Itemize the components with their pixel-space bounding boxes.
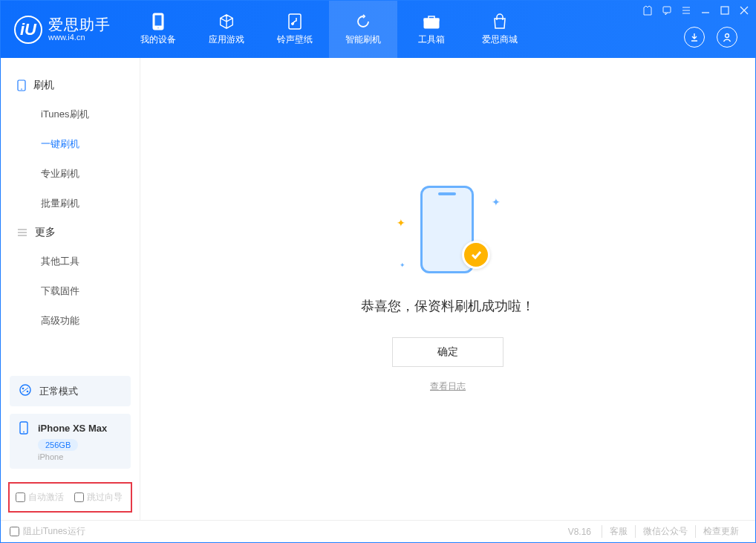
block-itunes-checkbox[interactable]: 阻止iTunes运行	[10, 525, 85, 538]
device-icon	[149, 13, 167, 30]
sidebar-section-flash: 刷机	[1, 71, 140, 100]
svg-point-4	[292, 23, 294, 25]
tab-label: 爱思商城	[482, 33, 518, 46]
device-info-box[interactable]: iPhone XS Max 256GB iPhone	[10, 414, 131, 469]
app-body: 刷机 iTunes刷机 一键刷机 专业刷机 批量刷机 更多 其他工具 下载固件 …	[1, 58, 755, 520]
logo-area: iU 爱思助手 www.i4.cn	[1, 16, 124, 44]
sidebar-section-more: 更多	[1, 218, 140, 247]
bag-icon	[491, 13, 509, 30]
phone-small-icon	[19, 421, 32, 435]
sidebar-nav: 刷机 iTunes刷机 一键刷机 专业刷机 批量刷机 更多 其他工具 下载固件 …	[1, 58, 140, 368]
window-controls	[641, 4, 751, 17]
device-capacity: 256GB	[38, 439, 78, 451]
app-header: iU 爱思助手 www.i4.cn 我的设备 应用游戏 铃声壁纸 智能刷机 工具…	[1, 1, 755, 58]
music-icon	[286, 13, 304, 30]
sidebar-item-other-tools[interactable]: 其他工具	[1, 247, 140, 276]
skip-guide-checkbox[interactable]: 跳过向导	[74, 491, 123, 504]
sidebar-item-itunes-flash[interactable]: iTunes刷机	[1, 100, 140, 129]
brand-name: 爱思助手	[48, 16, 111, 33]
block-itunes-label: 阻止iTunes运行	[23, 525, 85, 538]
minimize-icon[interactable]	[699, 4, 712, 17]
sidebar: 刷机 iTunes刷机 一键刷机 专业刷机 批量刷机 更多 其他工具 下载固件 …	[1, 58, 140, 520]
success-message: 恭喜您，保资料刷机成功啦！	[361, 297, 535, 315]
version-label: V8.16	[568, 527, 591, 537]
main-content: ✦ ✦ ✦ 恭喜您，保资料刷机成功啦！ 确定 查看日志	[140, 58, 755, 520]
ok-button[interactable]: 确定	[392, 337, 504, 367]
list-icon	[17, 228, 27, 237]
section-label: 刷机	[33, 79, 54, 92]
user-button[interactable]	[717, 27, 737, 48]
highlighted-options-box: 自动激活 跳过向导	[8, 482, 132, 513]
feedback-icon[interactable]	[660, 4, 674, 17]
footer-link-update[interactable]: 检查更新	[695, 525, 746, 538]
maximize-icon[interactable]	[718, 4, 731, 17]
check-badge-icon	[462, 241, 490, 269]
tab-toolbox[interactable]: 工具箱	[397, 1, 466, 58]
download-button[interactable]	[684, 27, 705, 48]
svg-point-16	[23, 432, 25, 433]
device-name: iPhone XS Max	[38, 423, 107, 434]
sparkle-icon: ✦	[397, 217, 405, 229]
auto-activate-input[interactable]	[16, 492, 25, 502]
sparkle-icon: ✦	[492, 196, 501, 208]
main-tabs: 我的设备 应用游戏 铃声壁纸 智能刷机 工具箱 爱思商城	[124, 1, 534, 58]
sidebar-item-advanced[interactable]: 高级功能	[1, 306, 140, 336]
svg-rect-6	[424, 19, 439, 21]
view-log-link[interactable]: 查看日志	[430, 380, 466, 393]
tab-label: 工具箱	[418, 33, 445, 46]
svg-point-2	[157, 27, 159, 29]
svg-point-9	[726, 34, 729, 38]
tab-label: 应用游戏	[209, 33, 244, 46]
footer-link-wechat[interactable]: 微信公众号	[635, 525, 695, 538]
phone-icon	[17, 79, 26, 91]
menu-icon[interactable]	[680, 4, 693, 17]
cube-icon	[218, 13, 235, 30]
sparkle-icon: ✦	[400, 261, 405, 269]
svg-point-11	[21, 88, 22, 90]
logo-text: 爱思助手 www.i4.cn	[48, 16, 111, 42]
auto-activate-label: 自动激活	[28, 491, 64, 504]
tab-label: 我的设备	[140, 33, 176, 46]
section-label: 更多	[35, 226, 56, 239]
sidebar-item-pro-flash[interactable]: 专业刷机	[1, 159, 140, 189]
tab-ringtone[interactable]: 铃声壁纸	[261, 1, 329, 58]
tab-apps[interactable]: 应用游戏	[192, 1, 261, 58]
skip-guide-label: 跳过向导	[87, 491, 123, 504]
status-bar: 阻止iTunes运行 V8.16 客服 微信公众号 检查更新	[1, 520, 755, 542]
skip-guide-input[interactable]	[74, 492, 84, 502]
sidebar-item-oneclick-flash[interactable]: 一键刷机	[1, 129, 140, 159]
auto-activate-checkbox[interactable]: 自动激活	[16, 491, 64, 504]
svg-point-14	[27, 391, 29, 393]
success-illustration: ✦ ✦ ✦	[400, 186, 496, 275]
svg-rect-8	[721, 7, 729, 14]
footer-link-support[interactable]: 客服	[602, 525, 635, 538]
svg-point-13	[22, 388, 25, 390]
toolbox-icon	[423, 13, 440, 30]
sidebar-item-download-firmware[interactable]: 下载固件	[1, 276, 140, 306]
device-type: iPhone	[38, 452, 122, 461]
tab-label: 智能刷机	[345, 33, 381, 46]
close-icon[interactable]	[737, 4, 751, 17]
header-right-buttons	[684, 27, 737, 48]
logo-icon: iU	[14, 16, 42, 44]
tab-store[interactable]: 爱思商城	[466, 1, 534, 58]
brand-url: www.i4.cn	[48, 33, 111, 42]
tab-label: 铃声壁纸	[277, 33, 313, 46]
tab-flash[interactable]: 智能刷机	[329, 1, 397, 58]
tab-my-device[interactable]: 我的设备	[124, 1, 192, 58]
sync-icon	[354, 13, 372, 30]
svg-rect-1	[154, 15, 162, 26]
block-itunes-input[interactable]	[10, 527, 19, 536]
device-mode-box[interactable]: 正常模式	[10, 376, 131, 406]
skin-icon[interactable]	[641, 4, 654, 17]
mode-label: 正常模式	[39, 385, 78, 398]
svg-rect-7	[663, 7, 671, 13]
sidebar-item-batch-flash[interactable]: 批量刷机	[1, 189, 140, 218]
mode-icon	[19, 383, 32, 399]
